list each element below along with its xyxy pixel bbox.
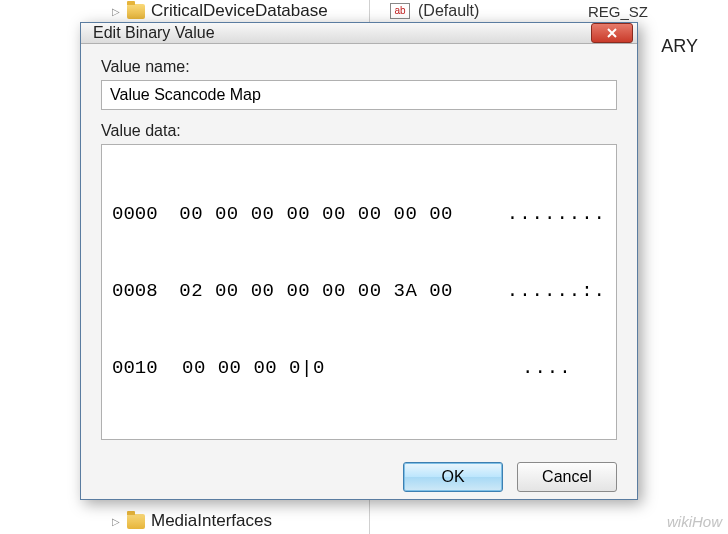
dialog-title: Edit Binary Value <box>93 24 591 42</box>
cut-off-label: ARY <box>661 36 698 57</box>
registry-value-row[interactable]: ab (Default) REG_SZ <box>370 0 728 22</box>
folder-icon <box>127 4 145 19</box>
close-icon <box>606 28 618 38</box>
value-name-input[interactable] <box>101 80 617 110</box>
hex-row: 0010 00 00 00 0|0 .... <box>112 356 606 382</box>
watermark: wikiHow <box>667 513 722 530</box>
ok-button[interactable]: OK <box>403 462 503 492</box>
folder-icon <box>127 514 145 529</box>
hex-row: 0008 02 00 00 00 00 00 3A 00 ......:. <box>112 279 606 305</box>
tree-item-label: MediaInterfaces <box>151 511 272 531</box>
registry-value-name: (Default) <box>418 2 479 20</box>
dialog-body: Value name: Value data: 0000 00 00 00 00… <box>81 44 637 450</box>
hex-editor[interactable]: 0000 00 00 00 00 00 00 00 00 ........ 00… <box>101 144 617 440</box>
dialog-button-row: OK Cancel <box>81 450 637 506</box>
tree-item-top[interactable]: ▷ CriticalDeviceDatabase <box>0 0 369 22</box>
dialog-titlebar[interactable]: Edit Binary Value <box>81 23 637 44</box>
value-data-label: Value data: <box>101 122 617 140</box>
hex-row: 0000 00 00 00 00 00 00 00 00 ........ <box>112 202 606 228</box>
hex-bytes[interactable]: 02 00 00 00 00 00 3A 00 <box>179 279 487 305</box>
edit-binary-dialog: Edit Binary Value Value name: Value data… <box>80 22 638 500</box>
tree-item-bottom[interactable]: ▷ MediaInterfaces <box>0 510 272 532</box>
hex-ascii: ......:. <box>487 279 606 305</box>
hex-ascii: ........ <box>487 202 606 228</box>
tree-item-label: CriticalDeviceDatabase <box>151 1 328 21</box>
hex-bytes[interactable]: 00 00 00 00 00 00 00 00 <box>179 202 487 228</box>
hex-bytes[interactable]: 00 00 00 0|0 <box>182 356 502 382</box>
value-name-label: Value name: <box>101 58 617 76</box>
registry-value-type: REG_SZ <box>588 3 648 20</box>
close-button[interactable] <box>591 23 633 43</box>
expander-icon[interactable]: ▷ <box>110 5 122 17</box>
hex-offset: 0000 <box>112 202 179 228</box>
cancel-button[interactable]: Cancel <box>517 462 617 492</box>
hex-offset: 0010 <box>112 356 182 382</box>
hex-offset: 0008 <box>112 279 179 305</box>
expander-icon[interactable]: ▷ <box>110 515 122 527</box>
string-value-icon: ab <box>390 3 410 19</box>
hex-ascii: .... <box>502 356 606 382</box>
